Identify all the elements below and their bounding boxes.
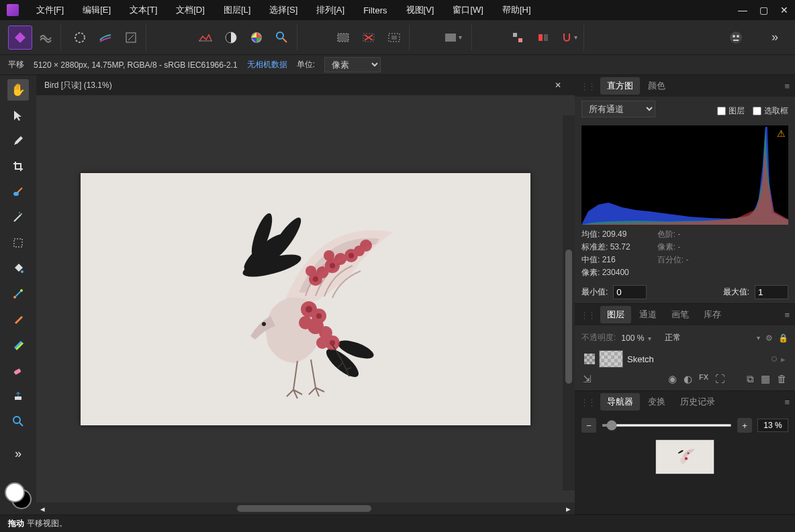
white-balance-icon[interactable] xyxy=(270,25,294,50)
window-maximize-icon[interactable]: ▢ xyxy=(759,5,768,15)
marquee-tool[interactable] xyxy=(7,232,29,254)
menu-view[interactable]: 视图[V] xyxy=(397,4,444,16)
selection-invert-icon[interactable] xyxy=(382,25,406,50)
selection-brush-tool[interactable] xyxy=(7,181,29,203)
menu-arrange[interactable]: 排列[A] xyxy=(307,4,354,16)
tab-close-icon[interactable]: ✕ xyxy=(549,81,567,90)
tab-transform[interactable]: 变换 xyxy=(641,393,672,411)
auto-levels-icon[interactable] xyxy=(68,25,92,50)
tab-history[interactable]: 历史记录 xyxy=(673,393,722,411)
camera-data-link[interactable]: 无相机数据 xyxy=(247,59,287,70)
color-wheel-icon[interactable] xyxy=(244,25,269,50)
tab-color[interactable]: 颜色 xyxy=(641,77,672,95)
auto-colors-icon[interactable] xyxy=(119,25,143,50)
quickmask-icon[interactable]: ▾ xyxy=(436,25,469,50)
menu-help[interactable]: 帮助[H] xyxy=(493,4,541,16)
zoom-in-button[interactable]: + xyxy=(737,418,752,433)
panel-grip-icon[interactable]: ⋮⋮ xyxy=(580,397,595,407)
layer-expand-icon[interactable]: ▸ xyxy=(781,354,786,364)
adjustment-icon[interactable]: ◐ xyxy=(684,373,692,385)
window-close-icon[interactable]: ✕ xyxy=(780,5,788,15)
paintbrush-tool[interactable] xyxy=(7,130,29,152)
panel-grip-icon[interactable]: ⋮⋮ xyxy=(580,81,595,91)
max-input[interactable] xyxy=(755,285,788,299)
window-minimize-icon[interactable]: — xyxy=(738,5,747,15)
tab-layers[interactable]: 图层 xyxy=(600,306,631,323)
lock-icon[interactable]: 🔒 xyxy=(778,333,788,343)
tab-histogram[interactable]: 直方图 xyxy=(600,77,640,95)
document-tab[interactable]: Bird [只读] (13.1%) xyxy=(44,80,112,91)
contrast-adjust-icon[interactable] xyxy=(219,25,243,50)
min-input[interactable] xyxy=(613,285,647,299)
healing-tool[interactable] xyxy=(7,334,29,356)
clone-tool[interactable] xyxy=(7,385,29,407)
blend-mode-select[interactable]: 正常 xyxy=(665,332,681,343)
layer-visibility-icon[interactable] xyxy=(584,354,595,364)
gear-icon[interactable]: ⚙ xyxy=(765,333,773,343)
selection-deselect-icon[interactable] xyxy=(357,25,381,50)
tools-overflow[interactable]: » xyxy=(7,443,29,464)
zoom-tool[interactable] xyxy=(7,411,29,432)
hand-tool[interactable]: ✋ xyxy=(7,79,29,101)
fx-icon[interactable]: FX xyxy=(699,373,708,385)
move-tool[interactable] xyxy=(7,105,29,126)
zoom-value-input[interactable] xyxy=(757,419,788,432)
eraser-tool[interactable] xyxy=(7,360,29,381)
arrange-flip-icon[interactable] xyxy=(531,25,555,50)
navigator-thumbnail[interactable] xyxy=(655,439,714,474)
selection-all-icon[interactable] xyxy=(331,25,355,50)
magic-wand-tool[interactable] xyxy=(7,207,29,228)
overflow-icon[interactable]: » xyxy=(763,25,787,50)
auto-contrast-icon[interactable] xyxy=(93,25,118,50)
delete-icon[interactable]: 🗑 xyxy=(777,373,787,385)
canvas-scrollbar-v[interactable] xyxy=(563,115,575,490)
blend-chevron-icon[interactable]: ▾ xyxy=(757,334,760,341)
flood-fill-tool[interactable] xyxy=(7,258,29,279)
menu-filters[interactable]: Filters xyxy=(354,5,396,15)
menu-document[interactable]: 文档[D] xyxy=(167,4,214,16)
panel-menu-icon[interactable]: ≡ xyxy=(784,397,790,407)
zoom-slider[interactable] xyxy=(602,424,732,427)
menu-edit[interactable]: 编辑[E] xyxy=(73,4,120,16)
histogram-warning-icon[interactable]: ⚠ xyxy=(777,128,786,139)
menu-file[interactable]: 文件[F] xyxy=(27,4,73,16)
layer-tag-icon[interactable] xyxy=(771,356,777,362)
layers-merge-icon[interactable]: ⇲ xyxy=(583,373,592,385)
arrange-align-icon[interactable] xyxy=(506,25,530,50)
menu-text[interactable]: 文本[T] xyxy=(120,4,167,16)
opacity-value[interactable]: 100 % ▾ xyxy=(621,333,651,343)
histogram-channel-select[interactable]: 所有通道 xyxy=(581,101,655,117)
snap-toggle-icon[interactable]: ▾ xyxy=(557,25,581,50)
menu-select[interactable]: 选择[S] xyxy=(260,4,307,16)
account-icon[interactable] xyxy=(724,25,748,50)
group-icon[interactable]: ▦ xyxy=(761,373,770,385)
units-select[interactable]: 像素 xyxy=(324,57,381,72)
tab-channels[interactable]: 通道 xyxy=(633,306,663,323)
menu-layer[interactable]: 图层[L] xyxy=(214,4,260,16)
tab-stock[interactable]: 库存 xyxy=(697,306,728,323)
tab-navigator[interactable]: 导航器 xyxy=(600,393,640,411)
mask-icon[interactable]: ◉ xyxy=(668,373,677,385)
pen-tool[interactable] xyxy=(7,309,29,330)
crop-layer-icon[interactable]: ⛶ xyxy=(715,373,725,385)
tab-brushes[interactable]: 画笔 xyxy=(665,306,696,323)
panel-menu-icon[interactable]: ≡ xyxy=(784,81,790,91)
gradient-tool[interactable] xyxy=(7,283,29,305)
persona-photo-icon[interactable] xyxy=(8,25,32,50)
histogram-selection-check[interactable]: 选取框 xyxy=(753,105,788,117)
persona-liquify-icon[interactable] xyxy=(34,25,58,50)
color-swatches[interactable] xyxy=(5,482,32,509)
duplicate-icon[interactable]: ⧉ xyxy=(747,373,754,385)
layer-name[interactable]: Sketch xyxy=(627,354,767,364)
layer-item[interactable]: Sketch ▸ xyxy=(581,348,788,370)
histogram-layer-check[interactable]: 图层 xyxy=(717,105,745,117)
panel-grip-icon[interactable]: ⋮⋮ xyxy=(580,310,595,320)
crop-tool[interactable] xyxy=(7,156,29,177)
zoom-out-button[interactable]: − xyxy=(581,418,596,433)
panel-menu-icon[interactable]: ≡ xyxy=(784,310,790,320)
menu-window[interactable]: 窗口[W] xyxy=(443,4,493,16)
canvas[interactable] xyxy=(81,173,530,425)
foreground-color[interactable] xyxy=(5,482,25,502)
canvas-scrollbar-h[interactable]: ◂▸ xyxy=(36,502,575,515)
levels-adjust-icon[interactable] xyxy=(193,25,218,50)
